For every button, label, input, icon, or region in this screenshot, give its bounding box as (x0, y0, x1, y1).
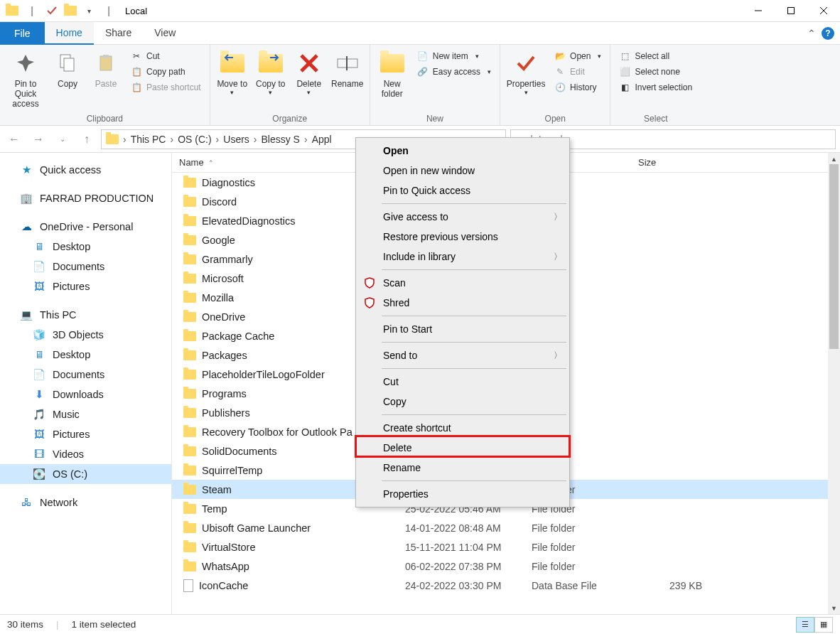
help-icon[interactable]: ? (822, 27, 834, 40)
file-row[interactable]: IconCache24-02-2022 03:30 PMData Base Fi… (172, 576, 840, 595)
navigation-pane: ★Quick access 🏢FARRAD PRODUCTION ☁OneDri… (0, 153, 172, 614)
recent-dropdown[interactable]: ⌄ (53, 129, 72, 149)
qat-dropdown-icon[interactable]: ▾ (81, 3, 97, 18)
collapse-ribbon-icon[interactable]: ⌃ (807, 28, 816, 39)
nav-videos[interactable]: 🎞Videos (0, 444, 171, 464)
cm-open[interactable]: Open (357, 141, 568, 161)
cm-shred[interactable]: Shred (357, 293, 568, 313)
cm-send-to[interactable]: Send to〉 (357, 345, 568, 365)
file-tab[interactable]: File (0, 22, 45, 45)
properties-button[interactable]: Properties▾ (505, 48, 547, 112)
breadcrumb[interactable]: This PC (131, 134, 166, 145)
file-row[interactable]: WhatsApp06-02-2022 07:38 PMFile folder (172, 557, 840, 576)
new-folder-button[interactable]: New folder (375, 48, 410, 112)
nav-onedrive[interactable]: ☁OneDrive - Personal (0, 217, 171, 237)
paste-shortcut-button[interactable]: 📋Paste shortcut (126, 80, 205, 95)
cm-cut[interactable]: Cut (357, 372, 568, 392)
scroll-down-icon[interactable]: ▼ (828, 602, 840, 614)
scrollbar-thumb[interactable] (829, 164, 839, 349)
file-name: Microsoft (202, 273, 244, 284)
minimize-button[interactable] (742, 0, 775, 22)
home-tab[interactable]: Home (45, 22, 94, 45)
cm-create-shortcut[interactable]: Create shortcut (357, 418, 568, 438)
nav-farrad[interactable]: 🏢FARRAD PRODUCTION (0, 188, 171, 208)
nav-od-documents[interactable]: 📄Documents (0, 257, 171, 276)
file-name: Ubisoft Game Launcher (202, 522, 311, 534)
music-icon: 🎵 (33, 408, 45, 421)
file-name: Package Cache (202, 331, 274, 342)
cm-open-new-window[interactable]: Open in new window (357, 161, 568, 181)
nav-pictures[interactable]: 🖼Pictures (0, 424, 171, 444)
nav-this-pc[interactable]: 💻This PC (0, 305, 171, 325)
file-row[interactable]: VirtualStore15-11-2021 11:04 PMFile fold… (172, 537, 840, 557)
view-tab[interactable]: View (143, 22, 187, 45)
copy-to-icon (258, 50, 284, 76)
cm-properties[interactable]: Properties (357, 484, 568, 504)
folder-icon (183, 197, 196, 207)
breadcrumb[interactable]: OS (C:) (178, 134, 211, 145)
cm-give-access[interactable]: Give access to〉 (357, 207, 568, 227)
copy-button[interactable]: Copy (50, 48, 85, 112)
cm-copy[interactable]: Copy (357, 392, 568, 412)
nav-os-c[interactable]: 💽OS (C:) (0, 464, 171, 484)
context-menu: Open Open in new window Pin to Quick acc… (355, 137, 570, 507)
thumbnails-view-button[interactable]: ▦ (814, 617, 833, 633)
cm-scan[interactable]: Scan (357, 273, 568, 293)
move-to-button[interactable]: Move to▾ (215, 48, 250, 112)
invert-selection-button[interactable]: ◧Invert selection (615, 80, 696, 95)
ribbon-group-select: ⬚Select all ⬜Select none ◧Invert selecti… (610, 45, 701, 125)
details-view-button[interactable]: ☰ (796, 617, 814, 633)
ribbon-group-clipboard: Pin to Quick access Copy Paste ✂Cut 📋Cop… (0, 45, 210, 125)
copy-to-button[interactable]: Copy to▾ (253, 48, 289, 112)
copy-path-button[interactable]: 📋Copy path (126, 65, 205, 79)
select-all-button[interactable]: ⬚Select all (615, 49, 696, 63)
cm-restore[interactable]: Restore previous versions (357, 227, 568, 247)
delete-button[interactable]: Delete▾ (291, 48, 327, 112)
pin-to-quick-access-button[interactable]: Pin to Quick access (4, 48, 47, 112)
history-button[interactable]: 🕘History (550, 80, 605, 95)
edit-button[interactable]: ✎Edit (550, 65, 605, 79)
scroll-up-icon[interactable]: ▲ (828, 153, 840, 165)
forward-button[interactable]: → (28, 129, 48, 149)
nav-downloads[interactable]: ⬇Downloads (0, 385, 171, 404)
breadcrumb[interactable]: Appl (312, 134, 332, 145)
open-button[interactable]: 📂Open▾ (550, 49, 605, 63)
chevron-right-icon: 〉 (554, 251, 562, 263)
breadcrumb[interactable]: Blessy S (262, 134, 300, 145)
copy-path-icon: 📋 (131, 66, 142, 77)
videos-icon: 🎞 (33, 448, 45, 461)
group-label: Clipboard (4, 114, 205, 124)
vertical-scrollbar[interactable]: ▲ ▼ (828, 153, 840, 614)
cm-pin-quick[interactable]: Pin to Quick access (357, 181, 568, 200)
rename-button[interactable]: Rename (330, 48, 365, 112)
qat-properties-icon[interactable] (44, 3, 60, 18)
nav-3d-objects[interactable]: 🧊3D Objects (0, 325, 171, 345)
cut-button[interactable]: ✂Cut (126, 49, 205, 63)
nav-music[interactable]: 🎵Music (0, 404, 171, 424)
nav-desktop[interactable]: 🖥Desktop (0, 345, 171, 365)
nav-network[interactable]: 🖧Network (0, 493, 171, 512)
maximize-button[interactable] (775, 0, 807, 22)
nav-od-pictures[interactable]: 🖼Pictures (0, 276, 171, 296)
share-tab[interactable]: Share (94, 22, 143, 45)
close-button[interactable] (807, 0, 840, 22)
nav-quick-access[interactable]: ★Quick access (0, 160, 171, 180)
cm-delete[interactable]: Delete (357, 438, 568, 458)
new-item-button[interactable]: 📄New item▾ (413, 49, 495, 63)
nav-od-desktop[interactable]: 🖥Desktop (0, 237, 171, 257)
back-button[interactable]: ← (4, 129, 24, 149)
breadcrumb[interactable]: Users (223, 134, 249, 145)
column-size[interactable]: Size (638, 157, 709, 168)
cm-rename[interactable]: Rename (357, 458, 568, 478)
cm-include-library[interactable]: Include in library〉 (357, 247, 568, 267)
up-button[interactable]: ↑ (77, 129, 97, 149)
file-size: 239 KB (638, 580, 709, 591)
easy-access-button[interactable]: 🔗Easy access▾ (413, 65, 495, 79)
group-label: Organize (215, 114, 365, 124)
file-row[interactable]: Ubisoft Game Launcher14-01-2022 08:48 AM… (172, 518, 840, 537)
file-name: Recovery Toolbox for Outlook Pa (202, 426, 352, 438)
nav-documents[interactable]: 📄Documents (0, 365, 171, 385)
paste-button[interactable]: Paste (88, 48, 124, 112)
select-none-button[interactable]: ⬜Select none (615, 65, 696, 79)
cm-pin-start[interactable]: Pin to Start (357, 319, 568, 339)
